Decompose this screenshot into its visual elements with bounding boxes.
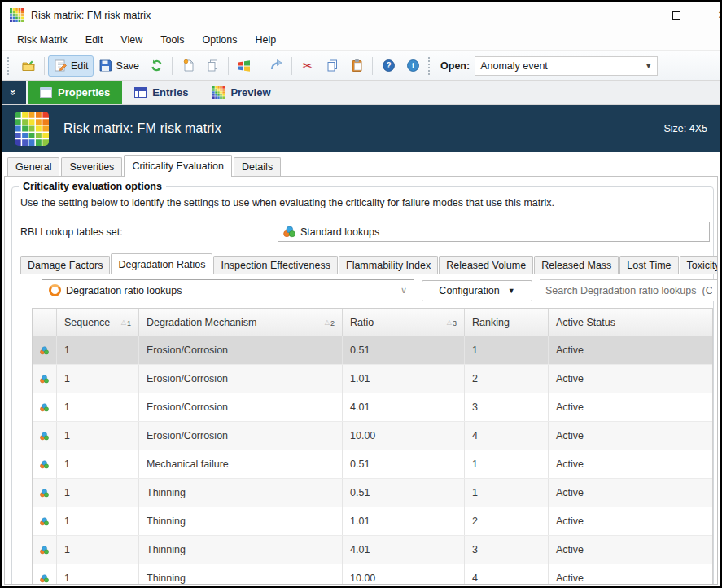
table-row[interactable]: 1 Thinning 0.51 1 Active	[33, 479, 712, 507]
app-window: Risk matrix: FM risk matrix ✕ Risk Matri…	[0, 0, 722, 588]
column-header-active-status[interactable]: Active Status	[549, 309, 712, 336]
tab-lost-time[interactable]: Lost Time	[619, 256, 678, 274]
cell-ranking: 4	[465, 564, 549, 585]
rbi-lookup-label: RBI Lookup tables set:	[20, 226, 278, 238]
cell-mechanism: Thinning	[139, 536, 343, 564]
save-icon	[98, 59, 113, 73]
tab-general[interactable]: General	[7, 157, 59, 176]
tab-damage-factors[interactable]: Damage Factors	[20, 256, 110, 274]
row-icon-cell	[33, 336, 57, 364]
tab-criticality-evaluation[interactable]: Criticality Evaluation	[124, 155, 232, 177]
header-banner: Risk matrix: FM risk matrix Size: 4X5	[2, 105, 720, 152]
svg-text:i: i	[412, 61, 414, 70]
lookup-table-combobox[interactable]: Degradation ratio lookups ∨	[42, 279, 414, 301]
table-row[interactable]: 1 Erosion/Corrosion 10.00 4 Active	[33, 422, 712, 450]
menu-options[interactable]: Options	[193, 30, 246, 50]
close-button[interactable]: ✕	[699, 2, 722, 29]
minimize-button[interactable]	[608, 2, 654, 29]
menu-risk-matrix[interactable]: Risk Matrix	[8, 30, 77, 50]
row-icon-cell	[33, 507, 57, 535]
table-row[interactable]: 1 Erosion/Corrosion 1.01 2 Active	[33, 365, 712, 393]
column-header-ratio[interactable]: Ratio △3	[343, 309, 465, 336]
cell-ranking: 3	[465, 536, 549, 564]
toolbar-separator	[291, 57, 292, 75]
help-button[interactable]: ?	[376, 55, 400, 77]
new-page-icon	[181, 59, 195, 73]
lookup-balls-icon	[40, 373, 49, 385]
menu-bar: Risk Matrix Edit View Tools Options Help	[2, 29, 720, 50]
lookup-ring-icon	[49, 284, 61, 296]
new-item-button[interactable]	[176, 55, 200, 77]
groupbox-title: Criticality evaluation options	[19, 181, 166, 192]
search-box	[540, 279, 718, 301]
cell-sequence: 1	[57, 450, 139, 478]
menu-help[interactable]: Help	[247, 30, 286, 50]
toolbar-grip[interactable]	[7, 57, 13, 75]
cell-sequence: 1	[57, 564, 139, 585]
refresh-button[interactable]	[144, 55, 168, 77]
copy-icon	[325, 59, 339, 73]
table-row[interactable]: 1 Erosion/Corrosion 4.01 3 Active	[33, 393, 712, 422]
maximize-icon	[672, 11, 680, 20]
rbi-lookup-field[interactable]: Standard lookups	[278, 222, 710, 242]
table-row[interactable]: 1 Mechanical failure 0.51 1 Active	[33, 450, 712, 479]
cell-mechanism: Thinning	[139, 507, 343, 535]
tab-details[interactable]: Details	[234, 157, 281, 176]
configuration-button[interactable]: Configuration ▼	[422, 280, 532, 301]
column-header-sequence[interactable]: Sequence △1	[57, 309, 139, 336]
cell-status: Active	[549, 393, 712, 421]
send-button[interactable]	[264, 55, 288, 77]
tab-inspection-effectiveness[interactable]: Inspection Effectiveness	[213, 256, 338, 274]
tab-released-mass[interactable]: Released Mass	[534, 256, 619, 274]
cell-ratio: 1.01	[343, 507, 465, 535]
toolbar-grip[interactable]	[428, 57, 434, 75]
menu-tools[interactable]: Tools	[151, 30, 193, 50]
row-icon-cell	[33, 422, 57, 450]
tab-properties[interactable]: Properties	[28, 81, 122, 104]
tab-flammability-index[interactable]: Flammability Index	[339, 256, 438, 274]
table-row[interactable]: 1 Thinning 1.01 2 Active	[33, 507, 712, 536]
column-header-degradation-mechanism[interactable]: Degradation Mechanism △2	[139, 309, 343, 336]
column-header-ranking[interactable]: Ranking	[465, 309, 549, 336]
table-row[interactable]: 1 Thinning 4.01 3 Active	[33, 536, 712, 564]
cell-mechanism: Erosion/Corrosion	[139, 336, 343, 364]
column-header-icon[interactable]	[33, 309, 57, 336]
edit-button[interactable]: Edit	[48, 55, 94, 77]
lookup-set-icon	[283, 226, 295, 238]
tab-entries-label: Entries	[152, 86, 188, 99]
preview-matrix-icon	[212, 86, 225, 99]
table-row[interactable]: 1 Thinning 10.00 4 Active	[33, 564, 712, 585]
cut-icon: ✂	[300, 59, 315, 73]
lookup-table-combobox-value: Degradation ratio lookups	[66, 285, 182, 296]
search-input[interactable]	[540, 280, 717, 301]
cell-ratio: 10.00	[343, 564, 465, 585]
open-file-button[interactable]	[16, 55, 41, 77]
title-bar: Risk matrix: FM risk matrix ✕	[2, 2, 720, 29]
tab-entries[interactable]: Entries	[122, 81, 200, 104]
open-combobox[interactable]: Anomaly event ▼	[475, 56, 658, 76]
collapse-panel-button[interactable]: »	[2, 81, 26, 104]
properties-window-icon	[40, 87, 52, 98]
tab-released-volume[interactable]: Released Volume	[439, 256, 533, 274]
cut-button[interactable]: ✂	[295, 55, 320, 77]
maximize-button[interactable]	[654, 2, 699, 29]
save-button[interactable]: Save	[94, 55, 145, 77]
double-chevron-down-icon: »	[7, 90, 20, 95]
sort-ascending-indicator: △1	[116, 318, 131, 327]
tab-severities[interactable]: Severities	[61, 157, 122, 176]
windows-logo-icon	[237, 59, 252, 73]
copy-button[interactable]	[320, 55, 344, 77]
duplicate-button[interactable]	[200, 55, 225, 77]
menu-view[interactable]: View	[112, 30, 151, 50]
app-icon	[10, 8, 24, 22]
info-button[interactable]: i	[400, 55, 425, 77]
table-row[interactable]: 1 Erosion/Corrosion 0.51 1 Active	[33, 336, 712, 365]
windows-tool-button[interactable]	[232, 55, 256, 77]
paste-button[interactable]	[344, 55, 369, 77]
menu-edit[interactable]: Edit	[77, 30, 112, 50]
lookup-balls-icon	[40, 573, 49, 585]
tab-preview[interactable]: Preview	[200, 81, 282, 104]
criticality-description: Use the setting below to identify the se…	[20, 197, 713, 208]
tab-degradation-ratios[interactable]: Degradation Ratios	[111, 253, 212, 274]
tab-toxicity[interactable]: Toxicity	[680, 256, 718, 274]
